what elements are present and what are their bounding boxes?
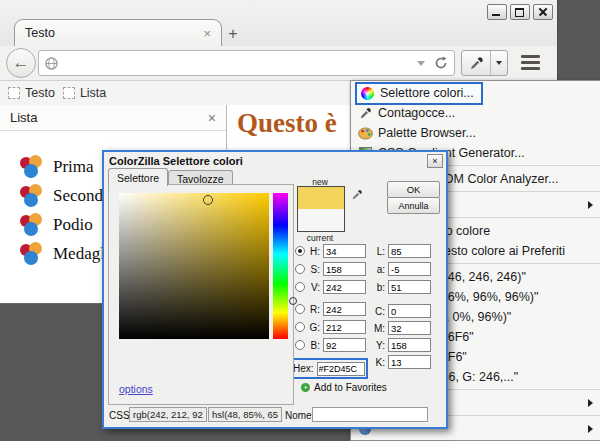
hex-input[interactable]	[317, 362, 365, 376]
hex-field-group: Hex:	[288, 358, 368, 379]
globe-icon	[45, 57, 58, 70]
tab-close-icon[interactable]: ×	[203, 27, 211, 40]
urlbar-dropdown-icon[interactable]	[417, 61, 425, 66]
radio-b[interactable]	[295, 340, 305, 350]
dialog-title: ColorZilla Selettore colori	[109, 155, 243, 167]
desktop: Testo × + ←	[0, 0, 600, 441]
css-rgb-field[interactable]	[129, 407, 207, 422]
h-input[interactable]	[323, 244, 366, 258]
colorzilla-dropdown-arrow[interactable]	[490, 51, 507, 75]
back-button[interactable]: ←	[6, 48, 36, 78]
maximize-icon	[515, 8, 524, 17]
field-s: S:	[295, 262, 366, 276]
palette-icon	[357, 125, 373, 141]
b-input[interactable]	[323, 338, 366, 352]
add-icon: +	[301, 383, 310, 392]
titlebar: Testo × +	[0, 0, 557, 47]
submenu-arrow-icon	[588, 425, 593, 433]
bookmark-icon	[63, 87, 75, 99]
tab-selettore[interactable]: Selettore	[108, 168, 168, 186]
field-g: G:	[295, 320, 366, 334]
radio-h[interactable]	[295, 246, 305, 256]
menu-highlight: Selettore colori...	[355, 82, 483, 105]
color-marker[interactable]	[203, 195, 213, 205]
menu-item-eyedropper[interactable]: Contagocce...	[351, 103, 600, 123]
minimize-button[interactable]	[487, 4, 507, 20]
name-label: Nome:	[285, 410, 314, 421]
bookmark-testo[interactable]: Testo	[8, 86, 55, 100]
options-link[interactable]: options	[119, 383, 153, 395]
l-input[interactable]	[388, 244, 431, 258]
c-input[interactable]	[388, 304, 431, 318]
maximize-button[interactable]	[510, 4, 530, 20]
reload-icon[interactable]	[434, 56, 448, 70]
radio-v[interactable]	[295, 282, 305, 292]
g-input[interactable]	[323, 320, 366, 334]
eyedropper-icon[interactable]	[462, 51, 490, 75]
hue-marker[interactable]	[289, 297, 297, 305]
field-a: a:	[368, 262, 431, 276]
dialog-close-button[interactable]: ×	[427, 154, 443, 168]
eyedropper-icon	[357, 105, 373, 121]
r-input[interactable]	[323, 302, 366, 316]
hex-label: Hex:	[293, 363, 314, 374]
name-input[interactable]	[312, 407, 428, 422]
radio-g[interactable]	[295, 322, 305, 332]
field-h: H:	[295, 244, 366, 258]
saturation-value-area[interactable]	[119, 193, 269, 339]
tab-title: Testo	[25, 26, 203, 40]
marble-icon	[20, 213, 46, 237]
submenu-arrow-icon	[588, 201, 593, 209]
a-input[interactable]	[388, 262, 431, 276]
picker-panel: options	[108, 184, 294, 405]
eyedropper-icon[interactable]	[351, 189, 363, 203]
lab-b-input[interactable]	[388, 280, 431, 294]
menu-button[interactable]	[513, 50, 547, 74]
y-input[interactable]	[388, 338, 431, 352]
window-controls	[484, 4, 553, 20]
address-bar[interactable]	[38, 50, 455, 76]
add-to-favorites[interactable]: + Add to Favorites	[301, 382, 387, 393]
color-wheel-icon	[359, 85, 375, 101]
new-color-swatch	[298, 187, 344, 209]
field-l: L:	[368, 244, 431, 258]
color-preview	[297, 186, 345, 232]
bookmark-icon	[8, 87, 20, 99]
colorzilla-dialog: ColorZilla Selettore colori × Selettore …	[102, 150, 448, 429]
navigation-toolbar: ←	[0, 46, 557, 81]
field-m: M:	[368, 321, 431, 335]
field-b: B:	[295, 338, 366, 352]
m-input[interactable]	[388, 321, 431, 335]
s-input[interactable]	[323, 262, 366, 276]
cancel-button[interactable]: Annulla	[387, 197, 440, 214]
marble-icon	[20, 184, 46, 208]
k-input[interactable]	[388, 355, 431, 369]
radio-s[interactable]	[295, 264, 305, 274]
new-tab-button[interactable]: +	[222, 23, 244, 44]
close-button[interactable]	[533, 4, 553, 20]
field-c: C:	[368, 304, 431, 318]
ok-button[interactable]: OK	[387, 181, 440, 198]
sidebar-title: Lista	[10, 110, 208, 125]
radio-r[interactable]	[295, 304, 305, 314]
hue-strip[interactable]	[273, 193, 288, 339]
current-color-label: current	[296, 233, 344, 243]
field-k: K:	[368, 355, 431, 369]
colorzilla-toolbar-button[interactable]	[461, 50, 508, 76]
menu-item-color-picker[interactable]: Selettore colori...	[351, 83, 600, 103]
bookmark-lista[interactable]: Lista	[63, 86, 106, 100]
field-lab-b: b:	[368, 280, 431, 294]
field-y: Y:	[368, 338, 431, 352]
sidebar-close-icon[interactable]: ×	[208, 111, 216, 125]
sidebar-header: Lista ×	[0, 105, 226, 131]
field-r: R:	[295, 302, 366, 316]
menu-item-palette-browser[interactable]: Palette Browser...	[351, 123, 600, 143]
browser-tab[interactable]: Testo ×	[14, 19, 222, 46]
marble-icon	[20, 155, 46, 179]
field-v: V:	[295, 280, 366, 294]
css-hsl-field[interactable]	[208, 407, 282, 422]
submenu-arrow-icon	[588, 399, 593, 407]
current-color-swatch	[298, 209, 344, 231]
v-input[interactable]	[323, 280, 366, 294]
minimize-icon	[492, 14, 500, 16]
